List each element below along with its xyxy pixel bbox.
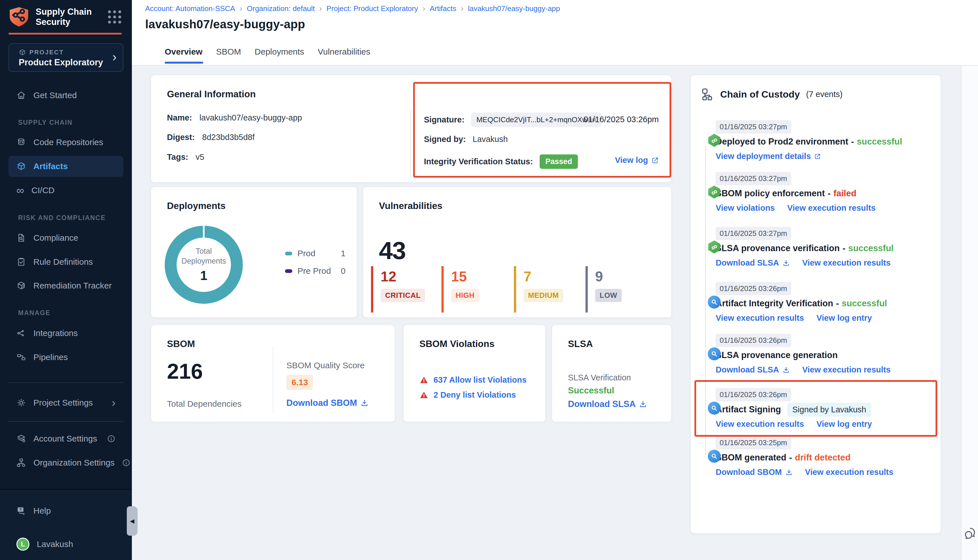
warning-triangle-icon bbox=[419, 376, 429, 385]
breadcrumb-separator: › bbox=[422, 4, 425, 13]
sidebar-item-label: Rule Definitions bbox=[33, 257, 93, 267]
card-title: SBOM Violations bbox=[419, 338, 494, 349]
event-timestamp: 01/16/2025 03:27pm bbox=[716, 227, 791, 240]
breadcrumb-current-artifact[interactable]: lavakush07/easy-buggy-app bbox=[468, 4, 560, 13]
breadcrumb-artifacts[interactable]: Artifacts bbox=[430, 4, 456, 13]
sidebar: Supply Chain Security PROJECT Product Ex… bbox=[0, 0, 132, 560]
event-title: Deployed to Prod2 environment bbox=[716, 137, 848, 147]
view-log-entry-link[interactable]: View log entry bbox=[816, 420, 872, 429]
sidebar-item-organization-settings[interactable]: Organization Settings bbox=[8, 454, 124, 472]
sidebar-divider bbox=[8, 382, 124, 383]
tab-overview[interactable]: Overview bbox=[165, 47, 202, 57]
signed-by-label: Signed by: bbox=[424, 135, 466, 144]
infinity-icon: ∞ bbox=[17, 186, 24, 195]
event-timestamp: 01/16/2025 03:27pm bbox=[716, 172, 791, 185]
download-icon bbox=[783, 366, 790, 373]
sidebar-item-project-settings[interactable]: Project Settings › bbox=[8, 394, 124, 412]
brand-divider bbox=[8, 33, 122, 35]
sidebar-item-integrations[interactable]: Integrations bbox=[8, 324, 124, 342]
sidebar-collapse-handle[interactable]: ◀ bbox=[127, 506, 137, 536]
view-log-entry-link[interactable]: View log entry bbox=[816, 313, 872, 323]
sidebar-item-artifacts[interactable]: Artifacts bbox=[8, 156, 124, 177]
tab-sbom[interactable]: SBOM bbox=[216, 47, 241, 57]
view-execution-results-link[interactable]: View execution results bbox=[802, 258, 891, 268]
active-tab-indicator bbox=[165, 62, 203, 63]
help-chat-icon: ? bbox=[17, 506, 26, 516]
donut-legend: Prod 1 Pre Prod 0 bbox=[285, 248, 345, 276]
sidebar-item-get-started[interactable]: Get Started bbox=[8, 86, 124, 104]
slsa-verification-label: SLSA Verification bbox=[568, 373, 631, 382]
event-links: View violations View execution results bbox=[716, 203, 932, 213]
breadcrumb-organization[interactable]: Organization: default bbox=[247, 4, 315, 13]
event-timestamp: 01/16/2025 03:26pm bbox=[716, 388, 791, 401]
event-title-row: Artifact Integrity Verification - succes… bbox=[716, 297, 932, 310]
app-title: Supply Chain Security bbox=[36, 7, 101, 27]
download-sbom-link[interactable]: Download SBOM bbox=[286, 398, 369, 408]
view-violations-link[interactable]: View violations bbox=[716, 203, 775, 213]
severity-high: 15 HIGH bbox=[441, 266, 479, 313]
sidebar-item-pipelines[interactable]: Pipelines bbox=[8, 348, 124, 366]
sidebar-user[interactable]: L Lavakush bbox=[8, 535, 124, 553]
signature-value[interactable]: MEQCICde2VjIT...bL+2+mqnOXw== bbox=[471, 113, 601, 127]
download-sbom-link[interactable]: Download SBOM bbox=[716, 468, 793, 477]
view-execution-results-link[interactable]: View execution results bbox=[716, 420, 804, 429]
scan-stage-icon bbox=[708, 450, 721, 463]
event-title-row: SLSA provenance generation bbox=[716, 349, 932, 362]
legend-swatch-preprod bbox=[285, 269, 292, 273]
view-execution-results-link[interactable]: View execution results bbox=[716, 313, 804, 323]
project-selector[interactable]: PROJECT Product Exploratory › bbox=[8, 43, 124, 72]
tab-deployments[interactable]: Deployments bbox=[255, 47, 304, 57]
breadcrumb-project[interactable]: Project: Product Exploratory bbox=[327, 4, 418, 13]
sidebar-item-compliance[interactable]: Compliance bbox=[8, 229, 124, 247]
breadcrumb-separator: › bbox=[240, 4, 242, 13]
pipelines-icon bbox=[17, 352, 26, 362]
sidebar-item-cicd[interactable]: ∞ CI/CD bbox=[8, 181, 124, 199]
sidebar-item-code-repositories[interactable]: Code Repositories bbox=[8, 133, 124, 151]
field-label: Name: bbox=[167, 113, 192, 122]
legend-item-prod: Prod 1 bbox=[285, 248, 345, 258]
info-icon[interactable] bbox=[107, 435, 115, 443]
view-execution-results-link[interactable]: View execution results bbox=[787, 203, 876, 213]
tab-vulnerabilities[interactable]: Vulnerabilities bbox=[318, 47, 371, 57]
remediation-cube-icon bbox=[17, 281, 26, 290]
download-icon bbox=[785, 468, 793, 476]
chain-event-slsa-generation: 01/16/2025 03:26pm SLSA provenance gener… bbox=[699, 334, 932, 375]
event-links: View execution results View log entry bbox=[716, 420, 932, 429]
support-chat-icon[interactable] bbox=[963, 525, 978, 541]
sidebar-item-rule-definitions[interactable]: Rule Definitions bbox=[8, 253, 124, 271]
view-deployment-details-link[interactable]: View deployment details bbox=[716, 152, 821, 161]
download-slsa-link[interactable]: Download SLSA bbox=[568, 399, 647, 409]
view-execution-results-link[interactable]: View execution results bbox=[802, 365, 891, 375]
sbom-violations-card: SBOM Violations 637 Allow list Violation… bbox=[403, 324, 546, 422]
view-execution-results-link[interactable]: View execution results bbox=[805, 468, 893, 477]
document-search-icon bbox=[17, 233, 26, 243]
info-icon[interactable] bbox=[122, 458, 130, 467]
breadcrumb-account[interactable]: Account: Automation-SSCA bbox=[145, 4, 235, 13]
sidebar-section-supply-chain: SUPPLY CHAIN bbox=[18, 119, 73, 127]
tab-bar: Overview SBOM Deployments Vulnerabilitie… bbox=[165, 47, 371, 57]
download-slsa-link[interactable]: Download SLSA bbox=[716, 365, 790, 375]
download-slsa-link[interactable]: Download SLSA bbox=[716, 258, 790, 268]
legend-count: 0 bbox=[341, 266, 345, 276]
sidebar-item-account-settings[interactable]: Account Settings bbox=[8, 430, 124, 448]
legend-label: Pre Prod bbox=[297, 266, 331, 276]
event-title-row: Deployed to Prod2 environment - successf… bbox=[716, 135, 932, 148]
sidebar-footer: ? Help L Lavakush bbox=[0, 489, 132, 560]
allow-list-violations-link[interactable]: 637 Allow list Violations bbox=[434, 375, 527, 385]
field-digest: Digest: 8d23bd3b5d8f bbox=[167, 133, 255, 142]
event-links: Download SBOM View execution results bbox=[716, 468, 932, 477]
sbom-quality-badge-wrap: 6.13 bbox=[286, 375, 313, 390]
severity-critical: 12 CRITICAL bbox=[371, 266, 425, 313]
sidebar-item-help[interactable]: ? Help bbox=[8, 502, 124, 520]
signed-by-badge: Signed by Lavakush bbox=[787, 403, 871, 417]
chain-event-sbom-policy: ∞ 01/16/2025 03:27pm SBOM policy enforce… bbox=[699, 172, 932, 213]
view-log-link[interactable]: View log bbox=[615, 155, 659, 165]
layers-gear-icon bbox=[17, 434, 26, 443]
sidebar-item-label: Artifacts bbox=[33, 162, 68, 171]
donut-center: Total Deployments 1 bbox=[165, 226, 243, 304]
deny-list-violations-link[interactable]: 2 Deny list Violations bbox=[434, 390, 516, 400]
event-timestamp: 01/16/2025 03:25pm bbox=[716, 436, 791, 449]
sidebar-item-remediation-tracker[interactable]: Remediation Tracker bbox=[8, 277, 124, 295]
card-title: General Information bbox=[167, 89, 256, 100]
apps-grid-icon[interactable] bbox=[106, 8, 124, 26]
